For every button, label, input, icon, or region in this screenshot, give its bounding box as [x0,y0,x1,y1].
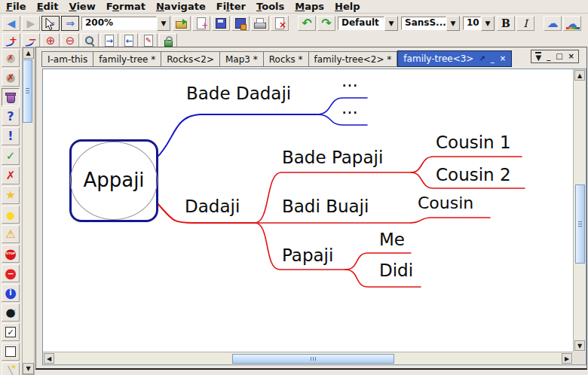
close-map-button[interactable]: × [271,16,289,31]
new-child-node-button[interactable]: + [2,33,20,48]
tab-family-tree[interactable]: family-tree * [93,51,161,67]
remove-all-icons-button[interactable]: ●✗ [2,69,20,87]
icon-star[interactable]: ★ [2,186,20,204]
unfold-all-button[interactable]: ⊕ [41,33,60,48]
node-dadaji[interactable]: Dadaji [185,197,240,216]
menu-help[interactable]: Help [332,1,368,12]
icon-checked[interactable]: ✓ [2,323,20,341]
node-cousin-1[interactable]: Cousin 1 [436,133,511,152]
scroll-right-arrow-icon[interactable]: ▶ [562,353,572,364]
chevron-down-icon[interactable]: ▼ [481,16,495,31]
tab-label: family-tree<2> * [314,54,392,65]
edit-link-button[interactable]: ✎ [139,33,158,48]
vertical-scrollbar[interactable]: ▲ ▼ [573,69,586,352]
restore-window-icon[interactable]: ↗ [479,55,485,62]
fold-all-button[interactable]: ⊖ [61,33,79,48]
icon-idea[interactable]: ● [2,206,20,224]
tab-family-tree-3[interactable]: family-tree<3>↗_× [397,50,512,67]
style-select[interactable]: Default▼ [338,16,398,31]
save-map-button[interactable] [212,16,230,31]
close-window-button[interactable]: × [568,53,574,60]
scroll-left-arrow-icon[interactable]: ◀ [44,353,54,364]
menu-view[interactable]: View [66,1,103,12]
icon-wand[interactable]: ╲★ [2,362,20,375]
zoom-select[interactable]: 200%▼ [81,16,170,31]
vertical-scroll-thumb[interactable] [575,184,585,264]
menu-tools[interactable]: Tools [253,1,292,12]
menu-maps[interactable]: Maps [292,1,332,12]
icon-toolbar-scrollbar[interactable]: ▲ ▼ [22,47,35,375]
root-node-appaji[interactable]: Appaji [69,139,158,222]
new-map-button[interactable]: + [192,16,210,31]
chevron-down-icon[interactable]: ▼ [157,16,170,31]
italic-button[interactable]: I [516,16,534,31]
minimize-window-button[interactable]: _ [547,53,550,60]
icon-bomb[interactable]: ●· [2,303,20,322]
open-map-button[interactable] [173,16,191,31]
main-toolbar: ◀▶⇐⇒200%▼+×↶↷Default▼SansS...▼10▼BI☁☁ [0,14,588,33]
scroll-down-arrow-icon[interactable]: ▼ [574,340,585,351]
scroll-up-arrow-icon[interactable]: ▲ [574,70,585,81]
redo-button[interactable]: ↷ [317,16,335,31]
print-button[interactable] [251,16,269,31]
tab-map3[interactable]: Map3 * [220,51,264,67]
minimize-window-icon[interactable]: _ [491,55,495,62]
cloud-button[interactable]: ☁ [544,16,562,31]
remove-node-button[interactable]: − [22,33,40,48]
node-me[interactable]: Me [379,230,405,249]
node-bade-papaji[interactable]: Bade Papaji [282,148,383,167]
icon-stop[interactable]: ●STOP [2,245,20,263]
node-dots-2[interactable]: ... [341,98,358,117]
font-size-select[interactable]: 10▼ [463,16,495,31]
chevron-down-icon[interactable]: ▼ [384,16,398,31]
node-cousin[interactable]: Cousin [418,194,473,212]
history-back-button[interactable]: ◀ [2,16,20,31]
cloud-color-button[interactable]: ☁ [563,16,581,31]
tab-i-am-this[interactable]: I-am-this [41,51,93,67]
node-cousin-2[interactable]: Cousin 2 [436,165,511,184]
tab-rocks-2[interactable]: Rocks<2> [161,51,220,67]
menu-format[interactable]: Format [103,1,153,12]
node-didi[interactable]: Didi [379,261,413,280]
lock-button[interactable] [159,33,177,48]
icon-prohibited[interactable]: ●− [2,264,20,282]
icon-toolbar-scroll-thumb[interactable] [23,59,32,123]
icon-help[interactable]: ? [2,108,20,126]
node-bade-dadaji[interactable]: Bade Dadaji [186,84,291,103]
icon-important[interactable]: ! [2,127,20,145]
trash-icon-button[interactable] [2,88,20,106]
font-family-select[interactable]: SansS...▼ [401,16,460,31]
tab-family-tree-2[interactable]: family-tree<2> * [309,51,398,67]
window-menu-icon[interactable]: ▼ [535,52,541,62]
save-as-button[interactable] [231,16,250,31]
menu-navigate[interactable]: Navigate [153,1,213,12]
node-papaji[interactable]: Papaji [282,245,333,265]
icon-unchecked[interactable] [2,343,20,361]
menu-edit[interactable]: Edit [34,1,66,12]
bold-button[interactable]: B [497,16,515,31]
icon-not-ok[interactable]: ✗ [2,166,20,184]
horizontal-scroll-thumb[interactable] [232,354,394,364]
close-window-icon[interactable]: × [500,55,506,62]
history-forward-button[interactable]: ▶ [22,16,40,31]
follow-link-button[interactable]: → [100,33,118,48]
icon-warning[interactable]: ⚠ [2,225,20,243]
chevron-down-icon[interactable]: ▼ [446,16,460,31]
tab-rocks[interactable]: Rocks * [264,51,309,67]
horizontal-scrollbar[interactable]: ◀ ▶ [43,352,573,364]
find-button[interactable] [81,33,99,48]
remove-last-icon-button[interactable]: ●✗ [2,49,20,67]
menu-filter[interactable]: Filter [213,1,253,12]
node-badi-buaji[interactable]: Badi Buaji [282,197,369,216]
scroll-down-arrow-icon[interactable]: ▼ [23,363,34,374]
icon-ok[interactable]: ✓ [2,147,20,165]
next-map-button[interactable]: ⇒ [61,16,79,31]
menu-file[interactable]: File [3,1,34,12]
node-dots-1[interactable]: ... [341,71,358,90]
undo-button[interactable]: ↶ [298,16,316,31]
map-canvas[interactable]: Appaji Bade Dadaji......Bade PapajiCousi… [43,69,573,352]
icon-info[interactable]: ●i [2,284,20,302]
scroll-up-arrow-icon[interactable]: ▲ [23,47,34,59]
back-link-button[interactable]: ← [120,33,138,48]
restore-window-button[interactable]: □ [556,53,562,60]
